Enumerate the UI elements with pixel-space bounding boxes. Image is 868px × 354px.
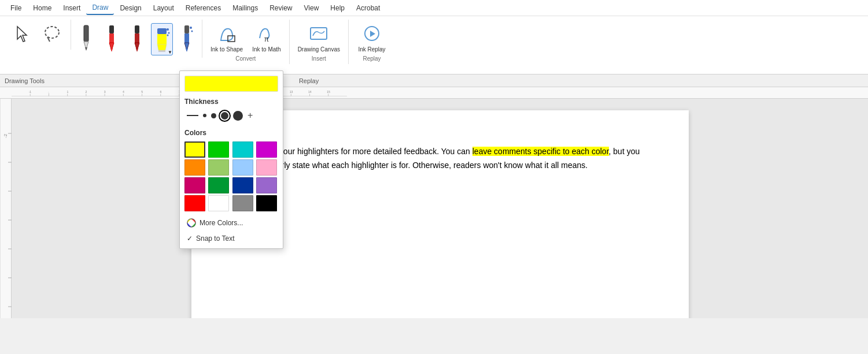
drawing-canvas-btn[interactable]: Drawing Canvas bbox=[294, 22, 343, 55]
pen3-btn[interactable] bbox=[125, 22, 149, 55]
ribbon-tools: ▼ bbox=[0, 16, 868, 74]
svg-text:1: 1 bbox=[67, 90, 68, 94]
menu-home[interactable]: Home bbox=[27, 2, 57, 14]
svg-rect-6 bbox=[109, 25, 114, 33]
menu-acrobat[interactable]: Acrobat bbox=[350, 2, 386, 14]
thickness-line-option[interactable] bbox=[187, 115, 198, 116]
cursor-icon bbox=[14, 24, 32, 45]
svg-rect-22 bbox=[184, 33, 189, 43]
ink-replay-icon bbox=[361, 24, 382, 45]
menu-mailings[interactable]: Mailings bbox=[227, 2, 264, 14]
lasso-icon bbox=[43, 24, 61, 45]
menu-references[interactable]: References bbox=[180, 2, 227, 14]
svg-rect-10 bbox=[135, 25, 139, 33]
ink-replay-btn[interactable]: Ink Replay bbox=[354, 22, 389, 55]
ribbon-group-pens: ▼ bbox=[71, 20, 202, 58]
svg-text:-2: -2 bbox=[3, 133, 8, 138]
menu-review[interactable]: Review bbox=[264, 2, 298, 14]
svg-text:-1: -1 bbox=[29, 90, 32, 94]
pen4-btn[interactable] bbox=[175, 22, 198, 55]
color-swatch-yellow[interactable] bbox=[184, 141, 205, 158]
color-swatch-lightblue[interactable] bbox=[232, 159, 253, 176]
svg-point-19 bbox=[168, 32, 170, 34]
drawing-tools-bar: Drawing Tools Replay bbox=[0, 74, 868, 87]
highlighter-dropdown-arrow[interactable]: ▼ bbox=[168, 50, 172, 55]
more-colors-btn[interactable]: More Colors... bbox=[184, 217, 278, 229]
svg-text:5: 5 bbox=[141, 90, 143, 94]
color-swatch-lightgreen[interactable] bbox=[208, 159, 229, 176]
thickness-plus-btn[interactable]: + bbox=[248, 110, 253, 121]
svg-marker-0 bbox=[17, 27, 27, 42]
menubar: File Home Insert Draw Design Layout Refe… bbox=[0, 0, 868, 16]
pen1-btn[interactable] bbox=[75, 22, 98, 55]
thickness-dot-sm[interactable] bbox=[211, 113, 216, 118]
svg-text:6: 6 bbox=[160, 90, 161, 94]
menu-insert[interactable]: Insert bbox=[57, 2, 86, 14]
ink-to-shape-label: Ink to Shape bbox=[210, 46, 243, 53]
color-swatch-cyan[interactable] bbox=[232, 141, 253, 158]
svg-point-1 bbox=[45, 27, 59, 38]
svg-text:4: 4 bbox=[123, 90, 124, 94]
pen3-icon bbox=[129, 24, 145, 53]
menu-draw[interactable]: Draw bbox=[86, 1, 114, 15]
svg-text:13: 13 bbox=[290, 90, 293, 94]
svg-point-25 bbox=[190, 27, 192, 29]
ink-to-math-btn[interactable]: π Ink to Math bbox=[249, 22, 284, 55]
svg-text:15: 15 bbox=[327, 90, 330, 94]
ink-to-shape-icon bbox=[216, 24, 237, 45]
color-swatch-darkgreen[interactable] bbox=[208, 177, 229, 193]
color-swatch-darkblue[interactable] bbox=[232, 177, 253, 193]
svg-marker-24 bbox=[186, 49, 188, 52]
color-swatch-purple[interactable] bbox=[256, 177, 277, 193]
snap-to-text-row[interactable]: ✓ Snap to Text bbox=[184, 233, 278, 244]
doc-text-highlighted: leave comments specific to each color bbox=[472, 147, 609, 156]
doc-area: Color-code your highlighters for more de… bbox=[12, 99, 868, 318]
ink-to-math-icon: π bbox=[256, 24, 277, 45]
thickness-heading: Thickness bbox=[184, 98, 278, 106]
color-swatch-black[interactable] bbox=[256, 195, 277, 211]
main-area: -2 Color-code your highlighters for more… bbox=[0, 99, 868, 318]
svg-rect-14 bbox=[157, 28, 167, 34]
menu-view[interactable]: View bbox=[298, 2, 325, 14]
color-swatch-green[interactable] bbox=[208, 141, 229, 158]
color-swatch-pink[interactable] bbox=[256, 159, 277, 176]
thickness-dot-md[interactable] bbox=[221, 112, 228, 120]
menu-design[interactable]: Design bbox=[114, 2, 147, 14]
replay-group-label: Replay bbox=[363, 55, 381, 64]
color-swatch-crimson[interactable] bbox=[184, 177, 205, 193]
menu-layout[interactable]: Layout bbox=[147, 2, 180, 14]
menu-help[interactable]: Help bbox=[324, 2, 350, 14]
svg-marker-13 bbox=[136, 49, 138, 52]
svg-text:2: 2 bbox=[86, 90, 87, 94]
highlighter-btn-wrapper: ▼ bbox=[151, 23, 173, 55]
lasso-tool-btn[interactable] bbox=[39, 22, 65, 47]
ink-to-shape-btn[interactable]: Ink to Shape bbox=[207, 22, 246, 55]
color-swatch-magenta[interactable] bbox=[256, 141, 277, 158]
svg-marker-9 bbox=[110, 49, 113, 52]
ribbon-group-insert: Drawing Canvas Insert bbox=[290, 20, 349, 64]
svg-text:3: 3 bbox=[104, 90, 106, 94]
color-swatch-red[interactable] bbox=[184, 195, 205, 211]
pen4-icon bbox=[179, 24, 195, 53]
drawing-tools-label: Drawing Tools bbox=[5, 77, 45, 84]
svg-point-26 bbox=[191, 31, 193, 32]
ink-to-math-label: Ink to Math bbox=[252, 46, 280, 53]
color-preview-bar bbox=[184, 76, 278, 92]
thickness-dot-xs[interactable] bbox=[203, 114, 206, 117]
ribbon-group-convert: Ink to Shape π Ink to Math Convert bbox=[202, 20, 290, 64]
horizontal-ruler: -1 · 1 2 3 4 5 6 7 8 9 bbox=[0, 87, 868, 99]
highlighter-btn[interactable]: ▼ bbox=[151, 23, 173, 55]
pen2-btn[interactable] bbox=[100, 22, 123, 55]
svg-rect-7 bbox=[109, 33, 114, 43]
thickness-dot-lg[interactable] bbox=[233, 111, 243, 121]
snap-checkmark: ✓ bbox=[187, 234, 193, 243]
svg-point-18 bbox=[167, 28, 169, 31]
color-swatch-gray[interactable] bbox=[232, 195, 253, 211]
cursor-tool-btn[interactable] bbox=[10, 22, 36, 47]
color-swatch-white[interactable] bbox=[208, 195, 229, 211]
thickness-row: + bbox=[184, 110, 278, 121]
pen2-icon bbox=[104, 24, 120, 53]
colors-heading: Colors bbox=[184, 129, 278, 137]
menu-file[interactable]: File bbox=[5, 2, 27, 14]
color-swatch-orange[interactable] bbox=[184, 159, 205, 176]
